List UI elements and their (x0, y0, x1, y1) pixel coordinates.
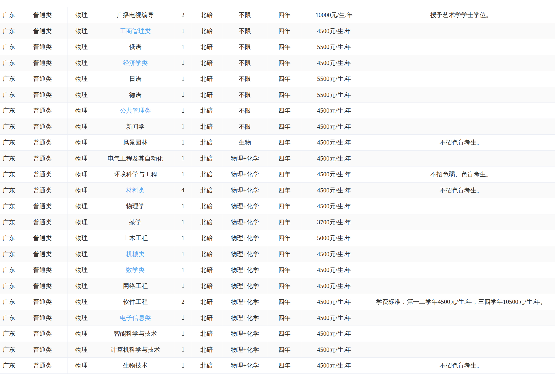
cell-category: 普通类 (18, 342, 67, 358)
cell-tuition: 10000元/生.年 (301, 7, 367, 23)
cell-duration: 四年 (268, 103, 301, 119)
cell-duration: 四年 (268, 342, 301, 358)
cell-remarks (367, 150, 555, 166)
cell-category: 普通类 (18, 7, 67, 23)
cell-category: 普通类 (18, 166, 67, 183)
cell-major: 生物技术 (96, 358, 175, 374)
cell-province: 广东 (0, 326, 18, 342)
cell-tuition: 5500元/生.年 (301, 71, 367, 87)
cell-remarks (367, 198, 555, 214)
cell-duration: 四年 (268, 198, 301, 214)
cell-tuition: 4500元/生.年 (301, 294, 367, 310)
cell-province: 广东 (0, 358, 18, 374)
cell-subject: 物理 (67, 342, 96, 358)
table-row: 广东普通类物理环境科学与工程1北碚物理+化学四年4500元/生.年不招色弱、色盲… (0, 166, 555, 183)
cell-campus: 北碚 (191, 87, 222, 103)
cell-province: 广东 (0, 166, 18, 183)
cell-tuition: 5500元/生.年 (301, 39, 367, 55)
cell-major: 网络工程 (96, 278, 175, 294)
cell-major: 风景园林 (96, 135, 175, 151)
cell-duration: 四年 (268, 358, 301, 374)
cell-major: 广播电视编导 (96, 7, 175, 23)
cell-count: 1 (175, 135, 191, 151)
cell-campus: 北碚 (191, 103, 222, 119)
major-link[interactable]: 电子信息类 (120, 314, 151, 321)
cell-tuition: 4500元/生.年 (301, 119, 367, 135)
table-row: 广东普通类物理物理学1北碚物理+化学四年4500元/生.年 (0, 198, 555, 214)
cell-subject: 物理 (67, 310, 96, 326)
cell-count: 1 (175, 55, 191, 71)
cell-province: 广东 (0, 55, 18, 71)
cell-count: 1 (175, 310, 191, 326)
cell-tuition: 5500元/生.年 (301, 87, 367, 103)
cell-tuition: 4500元/生.年 (301, 135, 367, 151)
cell-count: 2 (175, 294, 191, 310)
table-row: 广东普通类物理德语1北碚不限四年5500元/生.年 (0, 87, 555, 103)
major-link[interactable]: 工商管理类 (120, 28, 151, 34)
cell-count: 1 (175, 198, 191, 214)
cell-province: 广东 (0, 278, 18, 294)
table-row: 广东普通类物理日语1北碚不限四年5500元/生.年 (0, 71, 555, 87)
major-link[interactable]: 机械类 (126, 251, 145, 257)
cell-tuition: 3700元/生.年 (301, 214, 367, 230)
table-row: 广东普通类物理数学类1北碚物理+化学四年4500元/生.年 (0, 262, 555, 278)
cell-subject: 物理 (67, 103, 96, 119)
cell-remarks (367, 246, 555, 262)
cell-remarks (367, 87, 555, 103)
cell-remarks: 不招色弱、色盲考生。 (367, 166, 555, 183)
cell-requirement: 物理+化学 (222, 214, 268, 230)
cell-requirement: 物理+化学 (222, 342, 268, 358)
cell-campus: 北碚 (191, 214, 222, 230)
cell-count: 1 (175, 358, 191, 374)
cell-requirement: 物理+化学 (222, 310, 268, 326)
cell-tuition: 4500元/生.年 (301, 326, 367, 342)
table-row: 广东普通类物理经济学类1北碚不限四年4500元/生.年 (0, 55, 555, 71)
cell-requirement: 物理+化学 (222, 278, 268, 294)
table-row: 广东普通类物理风景园林1北碚生物四年4500元/生.年不招色盲考生。 (0, 135, 555, 151)
cell-subject: 物理 (67, 23, 96, 39)
major-link[interactable]: 材料类 (126, 187, 145, 194)
major-link[interactable]: 数学类 (126, 267, 145, 273)
cell-remarks (367, 262, 555, 278)
cell-requirement: 不限 (222, 55, 268, 71)
major-link[interactable]: 经济学类 (123, 60, 148, 66)
cell-major: 经济学类 (96, 55, 175, 71)
cell-category: 普通类 (18, 39, 67, 55)
cell-remarks: 学费标准：第一二学年4500元/生.年，三四学年10500元/生.年。 (367, 294, 555, 310)
cell-subject: 物理 (67, 214, 96, 230)
cell-tuition: 4500元/生.年 (301, 182, 367, 198)
cell-major: 软件工程 (96, 294, 175, 310)
cell-category: 普通类 (18, 150, 67, 166)
table-row: 广东普通类物理电子信息类1北碚物理+化学四年4500元/生.年 (0, 310, 555, 326)
table-row: 广东普通类物理公共管理类1北碚不限四年4500元/生.年 (0, 103, 555, 119)
table-row: 广东普通类物理生物技术1北碚物理+化学四年4500元/生.年不招色盲考生。 (0, 358, 555, 374)
cell-major: 数学类 (96, 262, 175, 278)
cell-subject: 物理 (67, 150, 96, 166)
cell-category: 普通类 (18, 246, 67, 262)
cell-campus: 北碚 (191, 246, 222, 262)
cell-campus: 北碚 (191, 55, 222, 71)
cell-tuition: 4500元/生.年 (301, 198, 367, 214)
cell-remarks (367, 310, 555, 326)
cell-tuition: 4500元/生.年 (301, 358, 367, 374)
cell-campus: 北碚 (191, 198, 222, 214)
cell-requirement: 物理+化学 (222, 230, 268, 246)
table-row: 广东普通类物理土木工程1北碚物理+化学四年5000元/生.年 (0, 230, 555, 246)
cell-campus: 北碚 (191, 294, 222, 310)
cell-remarks (367, 71, 555, 87)
cell-subject: 物理 (67, 7, 96, 23)
cell-tuition: 4500元/生.年 (301, 278, 367, 294)
cell-remarks: 不招色盲考生。 (367, 358, 555, 374)
cell-campus: 北碚 (191, 326, 222, 342)
cell-duration: 四年 (268, 230, 301, 246)
cell-requirement: 物理+化学 (222, 150, 268, 166)
cell-duration: 四年 (268, 119, 301, 135)
cell-major: 土木工程 (96, 230, 175, 246)
cell-subject: 物理 (67, 326, 96, 342)
cell-duration: 四年 (268, 214, 301, 230)
cell-duration: 四年 (268, 262, 301, 278)
cell-requirement: 生物 (222, 135, 268, 151)
cell-campus: 北碚 (191, 150, 222, 166)
cell-requirement: 物理+化学 (222, 326, 268, 342)
major-link[interactable]: 公共管理类 (120, 107, 151, 114)
